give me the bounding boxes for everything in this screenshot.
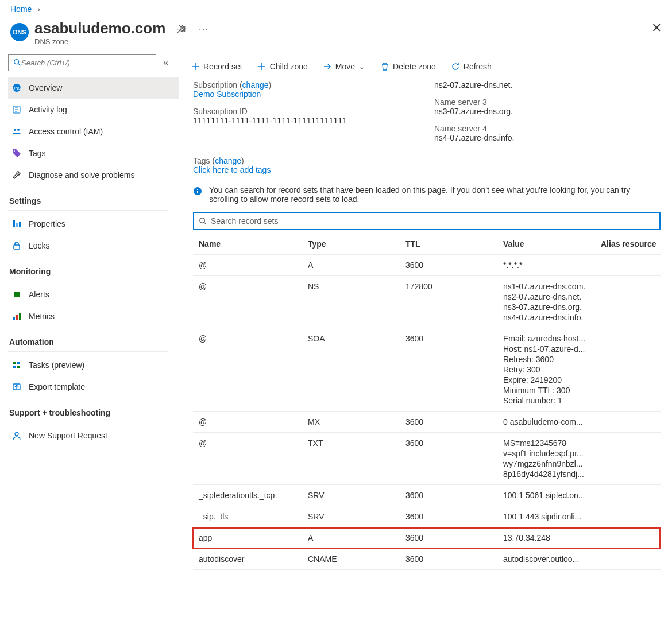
close-icon[interactable]: ✕ — [651, 21, 662, 36]
sidebar-item-export-template[interactable]: Export template — [8, 376, 179, 398]
sidebar-item-overview[interactable]: DNS Overview — [8, 77, 179, 99]
col-alias[interactable]: Alias resource — [601, 239, 661, 249]
properties-icon — [11, 219, 22, 229]
svg-line-1 — [18, 64, 21, 66]
lock-icon — [11, 240, 22, 251]
record-value: ns1-07.azure-dns.com. — [503, 282, 598, 291]
svg-rect-18 — [19, 313, 21, 320]
sidebar-item-locks[interactable]: Locks — [8, 235, 179, 257]
refresh-icon — [451, 62, 460, 71]
record-type: MX — [308, 417, 405, 426]
svg-rect-15 — [14, 292, 20, 297]
more-icon[interactable]: ··· — [199, 24, 209, 33]
record-value: Retry: 300 — [503, 365, 598, 374]
record-alias — [601, 491, 661, 500]
record-name: @ — [193, 438, 308, 479]
sidebar-item-properties[interactable]: Properties — [8, 213, 179, 235]
table-row[interactable]: _sip._tlsSRV3600100 1 443 sipdir.onli... — [193, 506, 661, 527]
table-row[interactable]: @NS172800ns1-07.azure-dns.com.ns2-07.azu… — [193, 276, 661, 328]
record-ttl: 172800 — [405, 282, 503, 322]
col-ttl[interactable]: TTL — [405, 239, 503, 249]
table-row[interactable]: autodiscoverCNAME3600autodiscover.outloo… — [193, 549, 661, 570]
sidebar-item-metrics[interactable]: Metrics — [8, 305, 179, 327]
sidebar-item-support-request[interactable]: New Support Request — [8, 425, 179, 447]
subscription-link[interactable]: Demo Subscription — [193, 90, 261, 99]
delete-zone-button[interactable]: Delete zone — [380, 62, 436, 71]
record-alias — [601, 533, 661, 542]
section-settings: Settings — [8, 186, 168, 211]
record-value: v=spf1 include:spf.pr... — [503, 449, 598, 458]
tags-row: Tags (change) Click here to add tags — [193, 156, 661, 178]
trash-icon — [380, 62, 389, 71]
table-row[interactable]: appA360013.70.34.248 — [193, 527, 661, 549]
svg-point-0 — [14, 60, 19, 64]
svg-rect-21 — [13, 366, 16, 368]
record-value: 13.70.34.248 — [503, 533, 598, 542]
nameserver2-value: ns2-07.azure-dns.net. — [434, 80, 661, 90]
subscription-label-cut: Subscription (change) — [193, 80, 434, 90]
table-row[interactable]: _sipfederationtls._tcpSRV3600100 1 5061 … — [193, 485, 661, 506]
table-row[interactable]: @SOA3600Email: azuredns-host...Host: ns1… — [193, 328, 661, 412]
record-value: MS=ms12345678 — [503, 438, 598, 448]
sidebar-item-tasks[interactable]: Tasks (preview) — [8, 354, 179, 376]
svg-point-24 — [15, 432, 18, 436]
col-name[interactable]: Name — [193, 239, 308, 249]
move-button[interactable]: Move ⌄ — [323, 62, 365, 71]
tags-change-link[interactable]: change — [215, 156, 241, 165]
svg-rect-20 — [17, 362, 20, 364]
info-banner: You can search for record sets that have… — [193, 178, 661, 211]
chevron-right-icon: › — [37, 5, 40, 14]
record-ttl: 3600 — [405, 512, 503, 521]
record-value: *.*.*.* — [503, 261, 598, 270]
col-value[interactable]: Value — [503, 239, 601, 249]
record-type: A — [308, 533, 405, 542]
svg-point-9 — [17, 129, 20, 131]
nameserver3-label: Name server 3 — [434, 98, 661, 107]
sidebar-item-label: Diagnose and solve problems — [29, 170, 134, 180]
resource-type-label: DNS zone — [34, 37, 165, 46]
record-name: app — [193, 533, 308, 542]
toolbar-label: Delete zone — [393, 62, 436, 71]
collapse-sidebar-icon[interactable]: « — [163, 57, 168, 68]
sidebar-item-access-control[interactable]: Access control (IAM) — [8, 121, 179, 142]
record-ttl: 3600 — [405, 533, 503, 542]
records-search-input[interactable] — [211, 216, 655, 226]
child-zone-button[interactable]: Child zone — [257, 62, 308, 71]
record-value: autodiscover.outloo... — [503, 554, 598, 564]
breadcrumb-home[interactable]: Home — [10, 5, 32, 14]
record-ttl: 3600 — [405, 334, 503, 405]
svg-rect-22 — [17, 366, 20, 368]
svg-line-34 — [204, 222, 206, 224]
pin-icon[interactable] — [177, 24, 186, 33]
table-row[interactable]: @MX36000 asabuludemo-com... — [193, 412, 661, 433]
record-alias — [601, 417, 661, 426]
sidebar-item-label: New Support Request — [29, 431, 107, 440]
sidebar-search[interactable] — [8, 54, 156, 71]
record-value: wy7mgzz6nfnn9nbzl... — [503, 459, 598, 468]
toolbar-label: Refresh — [464, 62, 492, 71]
refresh-button[interactable]: Refresh — [451, 62, 492, 71]
export-template-icon — [11, 382, 22, 392]
sidebar-search-input[interactable] — [21, 59, 151, 67]
svg-rect-19 — [13, 362, 16, 364]
record-value: Host: ns1-07.azure-d... — [503, 344, 598, 354]
page-title: asabuludemo.com — [34, 20, 165, 37]
add-tags-link[interactable]: Click here to add tags — [193, 165, 271, 174]
table-row[interactable]: @TXT3600MS=ms12345678v=spf1 include:spf.… — [193, 433, 661, 485]
sidebar-item-activity-log[interactable]: Activity log — [8, 99, 179, 121]
col-type[interactable]: Type — [308, 239, 405, 249]
info-icon — [193, 187, 202, 204]
sidebar-item-diagnose[interactable]: Diagnose and solve problems — [8, 164, 179, 186]
record-value: Refresh: 3600 — [503, 355, 598, 364]
subscription-change-link[interactable]: change — [242, 80, 269, 90]
sidebar-item-alerts[interactable]: Alerts — [8, 284, 179, 305]
sidebar-item-tags[interactable]: Tags — [8, 142, 179, 164]
record-type: CNAME — [308, 554, 405, 564]
record-name: @ — [193, 261, 308, 270]
record-set-button[interactable]: Record set — [191, 62, 242, 71]
records-search[interactable] — [193, 212, 661, 230]
toolbar-label: Child zone — [270, 62, 308, 71]
table-row[interactable]: @A3600*.*.*.* — [193, 255, 661, 276]
wrench-icon — [11, 170, 22, 180]
sidebar-item-label: Activity log — [29, 105, 67, 114]
